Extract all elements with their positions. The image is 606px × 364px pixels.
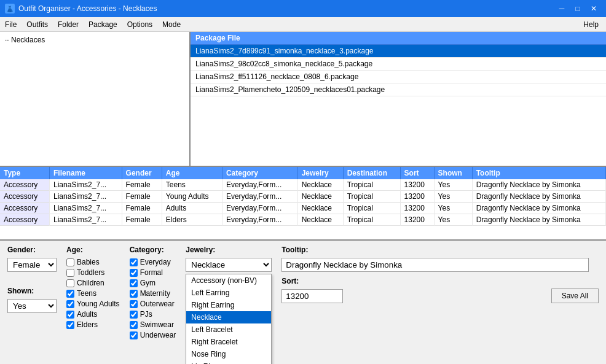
- age-youngadults-checkbox[interactable]: [66, 300, 74, 308]
- tooltip-input[interactable]: [281, 258, 589, 272]
- jewelry-opt-lip-ring[interactable]: Lip Ring: [186, 360, 271, 364]
- title-bar-left: 👗 Outfit Organiser - Accessories - Neckl…: [5, 4, 157, 14]
- cat-formal-label: Formal: [140, 268, 163, 277]
- minimize-button[interactable]: ─: [554, 2, 569, 15]
- cell-shown: Yes: [434, 203, 472, 214]
- cat-swimwear-checkbox[interactable]: [130, 321, 138, 329]
- cell-sort: 13200: [400, 179, 434, 191]
- cat-maternity[interactable]: Maternity: [130, 289, 176, 298]
- jewelry-opt-left-bracelet[interactable]: Left Bracelet: [186, 323, 271, 336]
- cat-swimwear[interactable]: Swimwear: [130, 320, 176, 329]
- cell-age: Teens: [162, 179, 222, 191]
- jewelry-select[interactable]: Necklace: [186, 258, 272, 272]
- gender-label: Gender:: [7, 246, 57, 254]
- cat-underwear-checkbox[interactable]: [130, 331, 138, 339]
- col-type: Type: [0, 167, 50, 179]
- tree-item-necklaces[interactable]: ·· Necklaces: [2, 34, 187, 45]
- age-toddlers-checkbox[interactable]: [66, 269, 74, 277]
- cat-swimwear-label: Swimwear: [140, 320, 174, 329]
- jewelry-opt-nose-ring[interactable]: Nose Ring: [186, 348, 271, 360]
- save-all-button[interactable]: Save All: [551, 288, 599, 303]
- age-youngadults-label: Young Adults: [77, 300, 120, 308]
- cat-everyday-checkbox[interactable]: [130, 258, 138, 266]
- age-adults-checkbox[interactable]: [66, 311, 74, 319]
- table-row-0[interactable]: AccessoryLianaSims2_7...FemaleTeensEvery…: [0, 179, 606, 191]
- jewelry-opt-left-earring[interactable]: Left Earring: [186, 287, 271, 299]
- cat-pjs-label: PJs: [140, 310, 152, 319]
- jewelry-group: Jewelry: Necklace Accessory (non-BV) Lef…: [186, 246, 272, 272]
- cell-age: Adults: [162, 203, 222, 214]
- table-row-1[interactable]: AccessoryLianaSims2_7...FemaleYoung Adul…: [0, 191, 606, 203]
- age-elders[interactable]: Elders: [66, 320, 120, 329]
- close-button[interactable]: ✕: [586, 2, 601, 15]
- table-section: Type Filename Gender Age Category Jewelr…: [0, 167, 606, 241]
- maximize-button[interactable]: □: [570, 2, 585, 15]
- col-category: Category: [222, 167, 297, 179]
- title-text: Outfit Organiser - Accessories - Necklac…: [18, 4, 157, 13]
- file-item-0[interactable]: LianaSims2_7d899c91_simonka_necklace_3.p…: [191, 45, 606, 58]
- file-item-1[interactable]: LianaSims2_98c02cc8_simonka_necklace_5.p…: [191, 58, 606, 71]
- age-elders-label: Elders: [77, 320, 98, 329]
- age-elders-checkbox[interactable]: [66, 321, 74, 329]
- cell-sort: 13200: [400, 203, 434, 214]
- age-babies-checkbox[interactable]: [66, 258, 74, 266]
- file-item-2[interactable]: LianaSims2_ff511126_necklace_0808_6.pack…: [191, 71, 606, 83]
- sort-input[interactable]: [281, 289, 343, 303]
- menu-outfits[interactable]: Outfits: [22, 17, 53, 31]
- menu-folder[interactable]: Folder: [53, 17, 84, 31]
- cat-formal-checkbox[interactable]: [130, 269, 138, 277]
- menu-file[interactable]: File: [0, 17, 22, 31]
- jewelry-dropdown[interactable]: Accessory (non-BV) Left Earring Right Ea…: [186, 274, 272, 364]
- age-adults[interactable]: Adults: [66, 310, 120, 319]
- cell-jewelry: Necklace: [297, 179, 343, 191]
- cat-maternity-checkbox[interactable]: [130, 290, 138, 298]
- menu-help[interactable]: Help: [576, 17, 606, 31]
- age-toddlers[interactable]: Toddlers: [66, 268, 120, 277]
- file-item-3[interactable]: LianaSims2_Plamencheto_120509_necklaces0…: [191, 83, 606, 96]
- jewelry-opt-right-bracelet[interactable]: Right Bracelet: [186, 336, 271, 348]
- menu-options[interactable]: Options: [122, 17, 157, 31]
- age-children[interactable]: Children: [66, 279, 120, 287]
- jewelry-opt-necklace[interactable]: Necklace: [186, 311, 271, 323]
- category-group: Category: Everyday Formal Gym Maternity: [130, 246, 176, 339]
- age-teens[interactable]: Teens: [66, 289, 120, 298]
- age-teens-checkbox[interactable]: [66, 290, 74, 298]
- cell-filename: LianaSims2_7...: [50, 203, 122, 214]
- cell-type: Accessory: [0, 191, 50, 203]
- col-tooltip: Tooltip: [472, 167, 605, 179]
- cat-outerwear[interactable]: Outerwear: [130, 300, 176, 308]
- right-form-group: Jewelry: Necklace Accessory (non-BV) Lef…: [186, 246, 599, 303]
- table-row-2[interactable]: AccessoryLianaSims2_7...FemaleAdultsEver…: [0, 203, 606, 214]
- main-content: ·· Necklaces Package File LianaSims2_7d8…: [0, 32, 606, 364]
- cat-gym-checkbox[interactable]: [130, 279, 138, 287]
- age-babies[interactable]: Babies: [66, 258, 120, 266]
- gender-select[interactable]: Female Male Both: [7, 258, 57, 272]
- age-youngadults[interactable]: Young Adults: [66, 300, 120, 308]
- menu-package[interactable]: Package: [84, 17, 122, 31]
- col-gender: Gender: [122, 167, 162, 179]
- cell-category: Everyday,Form...: [222, 179, 297, 191]
- tooltip-group: Tooltip:: [281, 246, 599, 272]
- cat-pjs[interactable]: PJs: [130, 310, 176, 319]
- cat-underwear[interactable]: Underwear: [130, 331, 176, 339]
- cell-sort: 13200: [400, 191, 434, 203]
- gender-shown-group: Gender: Female Male Both Shown: Yes No: [7, 246, 57, 313]
- shown-select[interactable]: Yes No: [7, 299, 57, 313]
- cat-gym[interactable]: Gym: [130, 279, 176, 287]
- cat-formal[interactable]: Formal: [130, 268, 176, 277]
- bottom-panel: Gender: Female Male Both Shown: Yes No A…: [0, 241, 606, 364]
- cat-everyday[interactable]: Everyday: [130, 258, 176, 266]
- jewelry-opt-right-earring[interactable]: Right Earring: [186, 299, 271, 311]
- cell-tooltip: Dragonfly Necklace by Simonka: [472, 179, 605, 191]
- table-row-3[interactable]: AccessoryLianaSims2_7...FemaleEldersEver…: [0, 214, 606, 226]
- cell-gender: Female: [122, 214, 162, 226]
- cat-pjs-checkbox[interactable]: [130, 311, 138, 319]
- jewelry-opt-accessory[interactable]: Accessory (non-BV): [186, 274, 271, 287]
- age-children-checkbox[interactable]: [66, 279, 74, 287]
- menu-mode[interactable]: Mode: [157, 17, 186, 31]
- cell-destination: Tropical: [343, 214, 400, 226]
- cat-outerwear-checkbox[interactable]: [130, 300, 138, 308]
- cell-category: Everyday,Form...: [222, 214, 297, 226]
- cell-gender: Female: [122, 203, 162, 214]
- cell-age: Elders: [162, 214, 222, 226]
